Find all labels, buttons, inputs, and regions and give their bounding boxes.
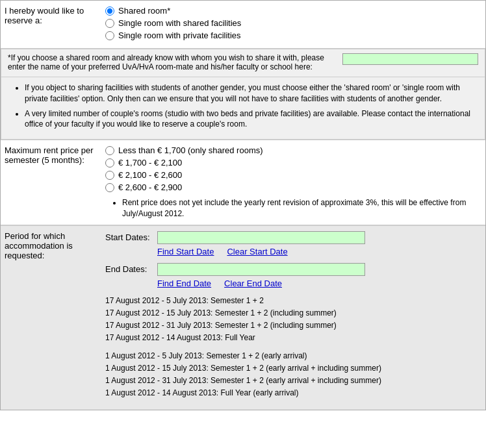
- date-group-1: 17 August 2012 - 5 July 2013: Semester 1…: [105, 295, 481, 345]
- rent-options: Less than € 1,700 (only shared rooms) € …: [105, 145, 481, 219]
- date-entry-2-3: 1 August 2012 - 31 July 2013: Semester 1…: [105, 375, 481, 387]
- date-group-2: 1 August 2012 - 5 July 2013: Semester 1 …: [105, 350, 481, 400]
- rent-option-4-radio[interactable]: [105, 183, 114, 192]
- date-entry-1-4: 17 August 2012 - 14 August 2013: Full Ye…: [105, 332, 481, 344]
- date-entry-1-2: 17 August 2012 - 15 July 2013: Semester …: [105, 307, 481, 319]
- rent-option-4-label: € 2,600 - € 2,900: [118, 182, 182, 192]
- rent-note-text: Rent price does not yet include the year…: [122, 197, 481, 219]
- date-entry-1-1: 17 August 2012 - 5 July 2013: Semester 1…: [105, 295, 481, 307]
- room-options: Shared room* Single room with shared fac…: [105, 6, 481, 43]
- period-dates-list: 17 August 2012 - 5 July 2013: Semester 1…: [105, 295, 481, 400]
- shared-room-label: Shared room*: [118, 6, 170, 16]
- rent-option-2-label: € 1,700 - € 2,100: [118, 158, 182, 168]
- rent-option-3-label: € 2,100 - € 2,600: [118, 170, 182, 180]
- single-shared-radio[interactable]: [105, 19, 114, 28]
- date-entry-1-3: 17 August 2012 - 31 July 2013: Semester …: [105, 319, 481, 332]
- date-entry-2-1: 1 August 2012 - 5 July 2013: Semester 1 …: [105, 350, 481, 362]
- end-date-input[interactable]: [157, 263, 365, 276]
- start-date-input[interactable]: [157, 231, 365, 244]
- bullet-item-1: If you object to sharing facilities with…: [25, 82, 478, 105]
- clear-start-date-link[interactable]: Clear Start Date: [227, 247, 287, 256]
- roommate-input[interactable]: [342, 53, 478, 65]
- single-shared-label: Single room with shared facilities: [118, 18, 241, 28]
- rent-label: Maximum rent price per semester (5 month…: [5, 145, 105, 219]
- bullet-item-2: A very limited number of couple's rooms …: [25, 108, 478, 131]
- date-entry-2-4: 1 August 2012 - 14 August 2013: Full Yea…: [105, 387, 481, 399]
- start-date-label: Start Dates:: [105, 232, 157, 242]
- rent-option-1-label: Less than € 1,700 (only shared rooms): [118, 145, 263, 155]
- period-content: Start Dates: Find Start Date Clear Start…: [105, 231, 481, 405]
- clear-end-date-link[interactable]: Clear End Date: [224, 279, 282, 288]
- single-private-radio[interactable]: [105, 31, 114, 40]
- end-date-label: End Dates:: [105, 264, 157, 274]
- rent-option-1-radio[interactable]: [105, 146, 114, 155]
- shared-room-radio[interactable]: [105, 6, 114, 16]
- bullet-section: If you object to sharing facilities with…: [1, 77, 485, 140]
- room-label: I hereby would like to reserve a:: [5, 6, 105, 43]
- single-private-label: Single room with private facilities: [118, 31, 241, 40]
- find-start-date-link[interactable]: Find Start Date: [157, 247, 214, 256]
- date-entry-2-2: 1 August 2012 - 15 July 2013: Semester 1…: [105, 362, 481, 375]
- find-end-date-link[interactable]: Find End Date: [157, 279, 211, 288]
- info-note-text: *If you choose a shared room and already…: [8, 53, 340, 71]
- rent-option-2-radio[interactable]: [105, 158, 114, 168]
- period-label: Period for which accommodation is reques…: [5, 231, 105, 405]
- rent-option-3-radio[interactable]: [105, 171, 114, 180]
- info-note-section: *If you choose a shared room and already…: [1, 49, 485, 77]
